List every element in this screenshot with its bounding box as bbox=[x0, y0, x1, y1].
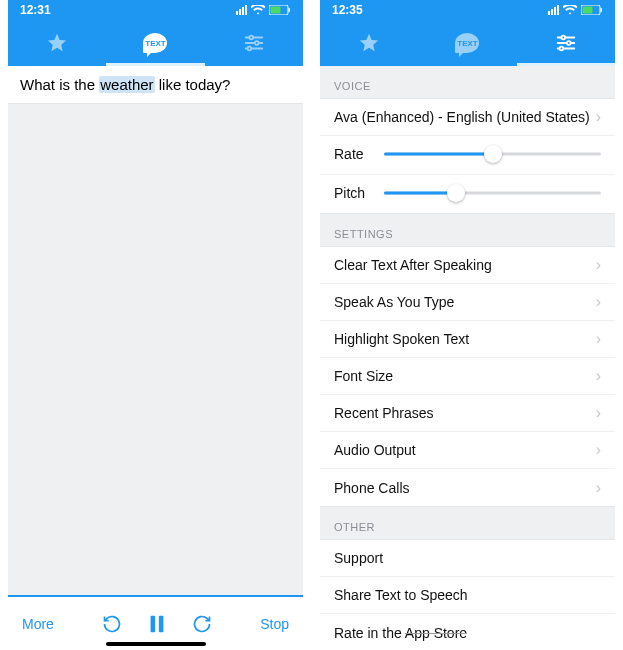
svg-point-15 bbox=[561, 36, 565, 40]
section-header-settings: SETTINGS bbox=[320, 214, 615, 246]
settings-row[interactable]: Clear Text After Speaking› bbox=[320, 247, 615, 284]
voice-name: Ava (Enhanced) - English (United States) bbox=[334, 109, 590, 125]
tab-text[interactable]: TEXT bbox=[418, 20, 516, 66]
text-bubble-label: TEXT bbox=[457, 39, 477, 48]
chevron-right-icon: › bbox=[596, 368, 601, 384]
empty-body bbox=[8, 104, 303, 595]
svg-rect-12 bbox=[583, 7, 593, 14]
tab-settings[interactable] bbox=[205, 20, 303, 66]
top-tabbar: TEXT bbox=[8, 20, 303, 66]
status-bar: 12:31 bbox=[8, 0, 303, 20]
settings-row[interactable]: Audio Output› bbox=[320, 432, 615, 469]
stop-button[interactable]: Stop bbox=[260, 616, 289, 632]
text-bubble-icon: TEXT bbox=[143, 33, 167, 53]
row-label: Support bbox=[334, 550, 383, 566]
pitch-slider-row: Pitch bbox=[320, 175, 615, 213]
chevron-right-icon: › bbox=[596, 109, 601, 125]
chevron-right-icon: › bbox=[596, 480, 601, 496]
tab-underline bbox=[106, 63, 204, 66]
phone-settings-screen: 12:35 TEXT VOICE bbox=[320, 0, 615, 650]
pause-icon bbox=[146, 613, 168, 635]
rewind-icon bbox=[102, 614, 122, 634]
pitch-slider[interactable] bbox=[384, 183, 601, 203]
slider-fill bbox=[384, 153, 493, 156]
pitch-label: Pitch bbox=[334, 185, 374, 201]
chevron-right-icon: › bbox=[596, 405, 601, 421]
svg-rect-10 bbox=[159, 615, 164, 632]
rate-slider[interactable] bbox=[384, 144, 601, 164]
settings-row[interactable]: Highlight Spoken Text› bbox=[320, 321, 615, 358]
phone-text-screen: 12:31 TEXT What is the weather li bbox=[8, 0, 303, 650]
rate-app-row[interactable]: Rate in the App Store bbox=[320, 614, 615, 650]
svg-point-8 bbox=[247, 47, 251, 51]
pause-button[interactable] bbox=[146, 613, 168, 635]
wifi-icon bbox=[251, 5, 265, 15]
section-header-voice: VOICE bbox=[320, 66, 615, 98]
battery-icon bbox=[269, 5, 291, 15]
voice-group: Ava (Enhanced) - English (United States)… bbox=[320, 98, 615, 214]
row-label: Clear Text After Speaking bbox=[334, 257, 492, 273]
svg-point-17 bbox=[567, 41, 571, 45]
svg-rect-13 bbox=[601, 8, 603, 12]
settings-row[interactable]: Speak As You Type› bbox=[320, 284, 615, 321]
text-bubble-icon: TEXT bbox=[455, 33, 479, 53]
forward-button[interactable] bbox=[192, 614, 212, 634]
tab-settings[interactable] bbox=[517, 20, 615, 66]
tab-favorites[interactable] bbox=[8, 20, 106, 66]
sentence-pre: What is the bbox=[20, 76, 99, 93]
other-row[interactable]: Share Text to Speech bbox=[320, 577, 615, 614]
svg-point-19 bbox=[559, 47, 563, 51]
chevron-right-icon: › bbox=[596, 294, 601, 310]
highlighted-word: weather bbox=[99, 76, 154, 93]
svg-rect-2 bbox=[289, 8, 291, 12]
battery-icon bbox=[581, 5, 603, 15]
clock: 12:31 bbox=[20, 3, 51, 17]
svg-point-6 bbox=[255, 41, 259, 45]
status-icons bbox=[236, 5, 291, 15]
settings-group: Clear Text After Speaking›Speak As You T… bbox=[320, 246, 615, 507]
home-indicator-left bbox=[106, 642, 206, 646]
status-bar: 12:35 bbox=[320, 0, 615, 20]
chevron-right-icon: › bbox=[596, 331, 601, 347]
svg-rect-9 bbox=[151, 615, 156, 632]
slider-thumb[interactable] bbox=[447, 184, 465, 202]
more-button[interactable]: More bbox=[22, 616, 54, 632]
settings-scroll[interactable]: VOICE Ava (Enhanced) - English (United S… bbox=[320, 66, 615, 650]
settings-row[interactable]: Phone Calls› bbox=[320, 469, 615, 506]
status-icons bbox=[548, 5, 603, 15]
text-bubble-label: TEXT bbox=[145, 39, 165, 48]
top-tabbar: TEXT bbox=[320, 20, 615, 66]
row-label: Speak As You Type bbox=[334, 294, 454, 310]
row-label: Share Text to Speech bbox=[334, 587, 468, 603]
row-label: Phone Calls bbox=[334, 480, 410, 496]
clock: 12:35 bbox=[332, 3, 363, 17]
sliders-icon bbox=[555, 32, 577, 54]
section-header-other: OTHER bbox=[320, 507, 615, 539]
tab-text[interactable]: TEXT bbox=[106, 20, 204, 66]
sentence-post: like today? bbox=[155, 76, 231, 93]
cellular-icon bbox=[236, 5, 247, 15]
other-row[interactable]: Support bbox=[320, 540, 615, 577]
star-icon bbox=[46, 32, 68, 54]
rewind-button[interactable] bbox=[102, 614, 122, 634]
chevron-right-icon: › bbox=[596, 257, 601, 273]
svg-rect-1 bbox=[271, 7, 281, 14]
wifi-icon bbox=[563, 5, 577, 15]
rate-label: Rate bbox=[334, 146, 374, 162]
row-label: Highlight Spoken Text bbox=[334, 331, 469, 347]
settings-row[interactable]: Font Size› bbox=[320, 358, 615, 395]
row-label: Font Size bbox=[334, 368, 393, 384]
rate-slider-row: Rate bbox=[320, 136, 615, 175]
tab-favorites[interactable] bbox=[320, 20, 418, 66]
other-group: SupportShare Text to SpeechRate in the A… bbox=[320, 539, 615, 650]
sentence-area[interactable]: What is the weather like today? bbox=[8, 66, 303, 104]
star-icon bbox=[358, 32, 380, 54]
chevron-right-icon: › bbox=[596, 442, 601, 458]
row-label: Recent Phrases bbox=[334, 405, 434, 421]
voice-row[interactable]: Ava (Enhanced) - English (United States)… bbox=[320, 99, 615, 136]
slider-thumb[interactable] bbox=[484, 145, 502, 163]
sliders-icon bbox=[243, 32, 265, 54]
settings-row[interactable]: Recent Phrases› bbox=[320, 395, 615, 432]
row-label: Audio Output bbox=[334, 442, 416, 458]
forward-icon bbox=[192, 614, 212, 634]
